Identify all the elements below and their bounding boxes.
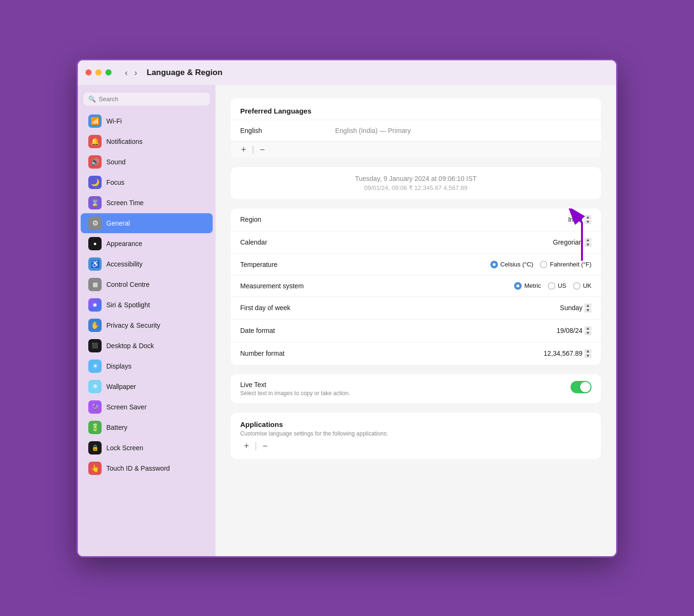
add-language-button[interactable]: + xyxy=(237,144,250,155)
firstday-up-arrow[interactable]: ▲ xyxy=(584,303,591,308)
measurement-row: Measurement system Metric US UK xyxy=(231,275,601,297)
celsius-option[interactable]: Celsius (°C) xyxy=(490,261,533,268)
region-row: Region India ▲ ▼ xyxy=(231,208,601,231)
us-radio[interactable] xyxy=(548,282,555,290)
sidebar-item-battery[interactable]: 🔋 Battery xyxy=(81,417,213,437)
sidebar-item-label-privacy: Privacy & Security xyxy=(106,322,160,329)
sidebar-item-controlcentre[interactable]: ▦ Control Centre xyxy=(81,275,213,294)
sidebar-item-focus[interactable]: 🌙 Focus xyxy=(81,172,213,192)
region-stepper[interactable]: India ▲ ▼ xyxy=(568,215,591,224)
sidebar-item-general[interactable]: ⚙ General xyxy=(81,213,213,233)
applications-card: Applications Customise language settings… xyxy=(231,413,601,459)
sidebar-item-privacy[interactable]: ✋ Privacy & Security xyxy=(81,315,213,335)
sidebar-item-label-siri: Siri & Spotlight xyxy=(106,301,150,309)
general-icon: ⚙ xyxy=(88,217,102,230)
numberformat-down-arrow[interactable]: ▼ xyxy=(584,354,591,358)
back-button[interactable]: ‹ xyxy=(123,68,130,77)
sidebar-item-screensaver[interactable]: 🔮 Screen Saver xyxy=(81,397,213,417)
forward-button[interactable]: › xyxy=(132,68,139,77)
notifications-icon: 🔔 xyxy=(88,135,102,148)
calendar-value: Gregorian xyxy=(553,238,582,246)
fahrenheit-label: Fahrenheit (°F) xyxy=(550,261,591,268)
sidebar-item-wallpaper[interactable]: ❄ Wallpaper xyxy=(81,377,213,397)
search-icon: 🔍 xyxy=(88,95,96,103)
firstday-down-arrow[interactable]: ▼ xyxy=(584,308,591,313)
measurement-label: Measurement system xyxy=(240,282,304,290)
calendar-stepper[interactable]: Gregorian ▲ ▼ xyxy=(553,238,591,247)
displays-icon: ☀ xyxy=(88,360,102,373)
sidebar-item-label-accessibility: Accessibility xyxy=(106,260,142,268)
numberformat-stepper[interactable]: 12,34,567.89 ▲ ▼ xyxy=(544,349,591,358)
numberformat-up-arrow[interactable]: ▲ xyxy=(584,349,591,353)
region-up-arrow[interactable]: ▲ xyxy=(584,215,591,219)
sidebar-item-siri[interactable]: ◉ Siri & Spotlight xyxy=(81,295,213,315)
measurement-radio-group: Metric US UK xyxy=(514,282,591,290)
temperature-label: Temperature xyxy=(240,261,278,268)
sidebar-item-lockscreen[interactable]: 🔒 Lock Screen xyxy=(81,438,213,458)
dateformat-stepper[interactable]: 19/08/24 ▲ ▼ xyxy=(557,326,591,335)
remove-application-button[interactable]: − xyxy=(259,441,272,451)
uk-radio[interactable] xyxy=(573,282,581,290)
search-box[interactable]: 🔍 xyxy=(84,93,210,105)
numberformat-stepper-arrows: ▲ ▼ xyxy=(584,349,591,358)
dateformat-down-arrow[interactable]: ▼ xyxy=(584,331,591,335)
sidebar-item-notifications[interactable]: 🔔 Notifications xyxy=(81,132,213,152)
sidebar-item-sound[interactable]: 🔊 Sound xyxy=(81,152,213,172)
focus-icon: 🌙 xyxy=(88,176,102,189)
celsius-label: Celsius (°C) xyxy=(500,261,533,268)
sidebar-item-label-focus: Focus xyxy=(106,179,124,186)
sidebar-item-label-screentime: Screen Time xyxy=(106,199,144,207)
firstday-row: First day of week Sunday ▲ ▼ xyxy=(231,297,601,320)
sound-icon: 🔊 xyxy=(88,155,102,169)
numberformat-label: Number format xyxy=(240,350,284,357)
sidebar-item-appearance[interactable]: ● Appearance xyxy=(81,234,213,254)
date-preview-sub: 09/01/24, 09:06 ₹ 12,345.67 4,567.89 xyxy=(240,184,591,191)
sidebar-item-label-screensaver: Screen Saver xyxy=(106,403,147,411)
privacy-icon: ✋ xyxy=(88,319,102,332)
sidebar: 🔍 📶 Wi-Fi 🔔 Notifications 🔊 Sound 🌙 Focu… xyxy=(78,85,216,556)
controlcentre-icon: ▦ xyxy=(88,278,102,291)
maximize-button[interactable] xyxy=(105,69,112,76)
region-down-arrow[interactable]: ▼ xyxy=(584,220,591,224)
uk-label: UK xyxy=(583,282,591,289)
minimize-button[interactable] xyxy=(95,69,102,76)
battery-icon: 🔋 xyxy=(88,421,102,434)
date-preview-main: Tuesday, 9 January 2024 at 09:06:10 IST xyxy=(240,175,591,182)
metric-label: Metric xyxy=(524,282,541,289)
sidebar-item-label-wifi: Wi-Fi xyxy=(106,117,122,125)
sidebar-item-screentime[interactable]: ⌛ Screen Time xyxy=(81,193,213,213)
sidebar-item-label-controlcentre: Control Centre xyxy=(106,281,150,288)
region-value-container: India ▲ ▼ xyxy=(568,215,591,224)
metric-radio[interactable] xyxy=(514,282,522,290)
close-button[interactable] xyxy=(85,69,92,76)
sidebar-item-displays[interactable]: ☀ Displays xyxy=(81,356,213,376)
uk-option[interactable]: UK xyxy=(573,282,591,290)
add-application-button[interactable]: + xyxy=(240,441,253,451)
temperature-radio-group: Celsius (°C) Fahrenheit (°F) xyxy=(490,261,591,268)
fahrenheit-option[interactable]: Fahrenheit (°F) xyxy=(540,261,591,268)
remove-language-button[interactable]: − xyxy=(256,144,269,155)
dateformat-stepper-arrows: ▲ ▼ xyxy=(584,326,591,335)
sidebar-item-wifi[interactable]: 📶 Wi-Fi xyxy=(81,111,213,131)
us-option[interactable]: US xyxy=(548,282,566,290)
firstday-stepper[interactable]: Sunday ▲ ▼ xyxy=(560,303,591,313)
sidebar-item-desktopdock[interactable]: ⬛ Desktop & Dock xyxy=(81,336,213,356)
calendar-down-arrow[interactable]: ▼ xyxy=(584,243,591,247)
calendar-value-container: Gregorian ▲ ▼ xyxy=(553,238,591,247)
preferred-languages-title: Preferred Languages xyxy=(231,98,601,120)
live-text-toggle[interactable] xyxy=(571,381,591,393)
search-input[interactable] xyxy=(99,95,205,103)
fahrenheit-radio[interactable] xyxy=(540,261,547,268)
firstday-label: First day of week xyxy=(240,304,291,312)
sidebar-item-accessibility[interactable]: ♿ Accessibility xyxy=(81,254,213,274)
screentime-icon: ⌛ xyxy=(88,196,102,209)
sidebar-item-touchid[interactable]: 👆 Touch ID & Password xyxy=(81,458,213,478)
calendar-up-arrow[interactable]: ▲ xyxy=(584,238,591,242)
dateformat-up-arrow[interactable]: ▲ xyxy=(584,326,591,331)
sidebar-item-label-wallpaper: Wallpaper xyxy=(106,383,136,390)
celsius-radio[interactable] xyxy=(490,261,498,268)
live-text-title: Live Text xyxy=(240,381,350,389)
locale-settings-card: Region India ▲ ▼ Calendar xyxy=(231,208,601,365)
add-remove-row: + | − xyxy=(231,141,601,158)
metric-option[interactable]: Metric xyxy=(514,282,541,290)
